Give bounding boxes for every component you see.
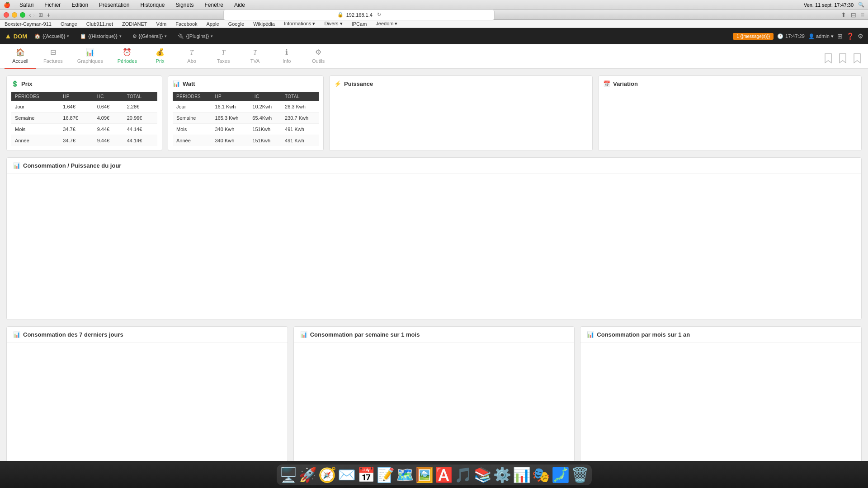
forward-icon[interactable]: › — [33, 11, 35, 19]
dock-notes[interactable]: 📝 — [377, 466, 395, 475]
watt-row-jour-label: Jour — [173, 101, 211, 113]
table-row: Année 340 Kwh 151Kwh 491 Kwh — [173, 135, 319, 146]
menu-aide[interactable]: Aide — [232, 2, 247, 8]
app-logo: ▲ DOM — [5, 32, 27, 40]
tab-info-icon: ℹ — [285, 48, 288, 56]
link-wikipedia[interactable]: Wikipédia — [253, 21, 275, 27]
tab-info[interactable]: ℹ Info — [271, 44, 302, 69]
monthly-chart-title: Consommation par semaine sur 1 mois — [310, 331, 420, 338]
dock-launchpad[interactable]: 🚀 — [299, 466, 317, 475]
tab-graphiques[interactable]: 📊 Graphiques — [70, 44, 110, 69]
link-jeedom[interactable]: Jeedom ▾ — [376, 21, 397, 27]
org-chart-icon[interactable]: ⊞ — [837, 33, 843, 40]
variation-card: 📅 Variation — [598, 75, 862, 151]
bookmark-2[interactable] — [836, 52, 849, 65]
link-informations[interactable]: Informations ▾ — [284, 21, 316, 27]
link-divers[interactable]: Divers ▾ — [324, 21, 342, 27]
menu-edition[interactable]: Edition — [70, 2, 90, 8]
variation-title: Variation — [613, 80, 638, 87]
dock-maps[interactable]: 🗺️ — [396, 466, 414, 475]
extensions-icon[interactable]: ≡ — [861, 11, 864, 19]
link-boxster[interactable]: Boxster-Cayman-911 — [5, 21, 52, 27]
dock-numbers[interactable]: 📊 — [513, 466, 531, 475]
dock-music[interactable]: 🎵 — [454, 466, 472, 475]
watt-row-mois-total: 491 Kwh — [281, 124, 319, 135]
prix-row-mois-total: 44.14€ — [123, 124, 157, 135]
link-google[interactable]: Google — [228, 21, 244, 27]
nav-historique[interactable]: 📋 {{Historique}} ▾ — [76, 32, 125, 41]
tab-abo[interactable]: T Abo — [176, 46, 208, 69]
settings-icon[interactable]: ⚙ — [858, 33, 863, 40]
link-facebook[interactable]: Facebook — [175, 21, 197, 27]
dock-preferences[interactable]: ⚙️ — [493, 466, 511, 475]
prix-row-jour-label: Jour — [11, 101, 59, 113]
dock-mail[interactable]: ✉️ — [338, 466, 356, 475]
prix-row-semaine-total: 20.96€ — [123, 113, 157, 124]
prix-col-periodes: PÉRIODES — [11, 92, 59, 101]
maximize-button[interactable] — [20, 12, 25, 18]
link-vdm[interactable]: Vdm — [156, 21, 167, 27]
dock-calendar[interactable]: 📅 — [357, 466, 375, 475]
link-zodianet[interactable]: ZODIANET — [122, 21, 147, 27]
refresh-icon[interactable]: ↻ — [377, 12, 381, 18]
menu-presentation[interactable]: Présentation — [97, 2, 131, 8]
nav-accueil[interactable]: 🏠 {{Accueil}} ▾ — [31, 32, 73, 41]
tab-outils[interactable]: ⚙ Outils — [302, 44, 334, 69]
dock-appstore[interactable]: 🅰️ — [435, 466, 453, 475]
puissance-card: ⚡ Puissance — [329, 75, 593, 151]
admin-menu[interactable]: 👤 admin ▾ — [808, 33, 834, 39]
bookmark-3[interactable] — [851, 52, 863, 65]
tab-prix[interactable]: 💰 Prix — [144, 44, 176, 69]
sidebar-icon[interactable]: ⊟ — [851, 11, 856, 19]
new-tab-icon[interactable]: + — [47, 11, 50, 19]
weekly-chart-title: Consommation des 7 derniers jours — [23, 331, 123, 338]
back-icon[interactable]: ‹ — [29, 11, 31, 19]
tab-outils-icon: ⚙ — [315, 48, 321, 56]
menu-fenetre[interactable]: Fenêtre — [203, 2, 225, 8]
nav-plugins[interactable]: 🔌 {{Plugins}} ▾ — [174, 32, 217, 41]
tab-icon[interactable]: ⊞ — [38, 12, 43, 18]
menu-signets[interactable]: Signets — [174, 2, 196, 8]
lock-icon: 🔒 — [337, 12, 344, 18]
prix-title: Prix — [21, 80, 33, 87]
menu-historique[interactable]: Historique — [138, 2, 166, 8]
watt-row-jour-hp: 16.1 Kwh — [211, 101, 249, 113]
yearly-chart-title: Consommation par mois sur 1 an — [597, 331, 690, 338]
dock-ebooks[interactable]: 📚 — [474, 466, 492, 475]
help-icon[interactable]: ❓ — [846, 33, 854, 40]
prix-row-annee-label: Année — [11, 135, 59, 146]
apple-menu[interactable]: 🍎 — [4, 2, 10, 8]
tab-tva[interactable]: T TVA — [239, 46, 271, 69]
minimize-button[interactable] — [12, 12, 17, 18]
tab-factures[interactable]: ⊟ Factures — [36, 44, 70, 69]
watt-row-jour-total: 26.3 Kwh — [281, 101, 319, 113]
menubar-search-icon[interactable]: 🔍 — [858, 2, 864, 8]
tab-taxes[interactable]: T Taxes — [208, 46, 239, 69]
link-orange[interactable]: Orange — [61, 21, 77, 27]
dock-maps2[interactable]: 🗾 — [552, 466, 570, 475]
link-apple[interactable]: Apple — [207, 21, 219, 27]
table-row: Jour 1.64€ 0.64€ 2.28€ — [11, 101, 157, 113]
tab-periodes[interactable]: ⏰ Périodes — [110, 44, 144, 69]
close-button[interactable] — [4, 12, 9, 18]
dock-finder[interactable]: 🖥️ — [279, 466, 297, 475]
link-ipcam[interactable]: IPCam — [352, 21, 367, 27]
menu-fichier[interactable]: Fichier — [42, 2, 62, 8]
weekly-chart-header: 📊 Consommation des 7 derniers jours — [7, 327, 288, 343]
link-club911[interactable]: Club911.net — [86, 21, 113, 27]
dock-photos[interactable]: 🖼️ — [415, 466, 434, 475]
tab-periodes-label: Périodes — [118, 58, 137, 64]
main-content: 💲 Prix PÉRIODES HP HC TOTAL Jour 1.64€ — [0, 69, 868, 474]
dock-keynote[interactable]: 🎭 — [532, 466, 550, 475]
nav-general[interactable]: ⚙ {{Général}} ▾ — [129, 32, 171, 41]
tab-accueil[interactable]: 🏠 Accueil — [5, 44, 36, 69]
watt-row-semaine-hc: 65.4Kwh — [249, 113, 281, 124]
menu-safari[interactable]: Safari — [18, 2, 35, 8]
bookmark-1[interactable] — [822, 52, 835, 65]
tab-factures-label: Factures — [43, 58, 63, 64]
dock-trash[interactable]: 🗑️ — [571, 466, 589, 475]
share-icon[interactable]: ⬆ — [841, 11, 846, 19]
message-badge[interactable]: 1 {{message(s)}} — [733, 33, 774, 40]
address-bar[interactable]: 🔒 192.168.1.4 ↻ — [223, 9, 495, 20]
dock-safari[interactable]: 🧭 — [318, 466, 336, 475]
